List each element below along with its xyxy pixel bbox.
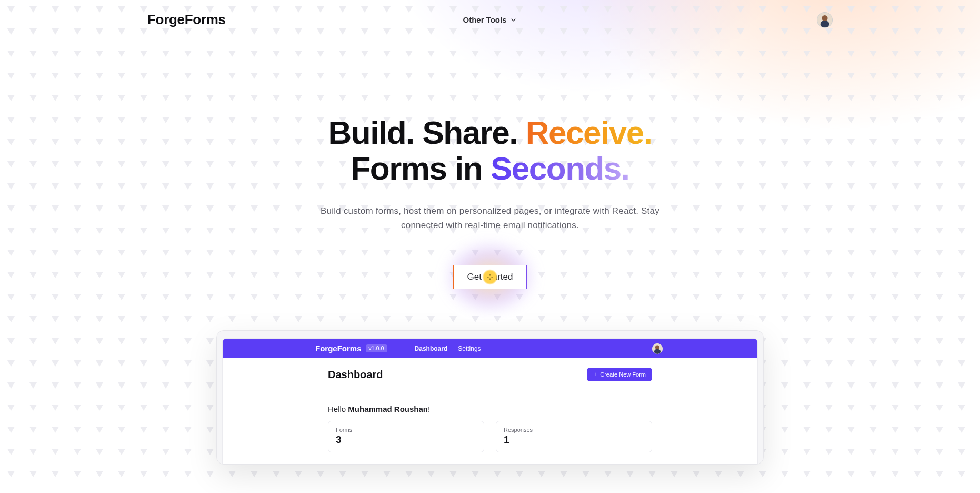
version-badge: v1.0.0: [366, 344, 387, 352]
avatar[interactable]: [817, 12, 833, 28]
hero-section: Build. Share. Receive. Forms in Seconds.…: [0, 115, 980, 289]
nav-other-tools[interactable]: Other Tools: [463, 15, 517, 24]
hero-line1-pre: Build. Share.: [328, 114, 526, 151]
stat-forms-label: Forms: [336, 427, 476, 433]
hero-line1-highlight: Receive.: [526, 114, 652, 151]
svg-point-1: [822, 15, 827, 21]
greeting-name: Muhammad Roushan: [348, 405, 428, 413]
demo-page-title: Dashboard: [328, 369, 383, 381]
hero-line2-highlight: Seconds.: [491, 150, 629, 186]
demo-app: ForgeForms v1.0.0 Dashboard Settings Das…: [222, 338, 758, 464]
svg-point-4: [655, 345, 659, 349]
svg-rect-5: [654, 349, 661, 354]
create-new-form-label: Create New Form: [600, 371, 646, 378]
demo-nav-dashboard[interactable]: Dashboard: [415, 345, 448, 352]
chevron-down-icon: [510, 16, 517, 24]
site-header: ForgeForms Other Tools: [0, 0, 980, 33]
demo-topbar: ForgeForms v1.0.0 Dashboard Settings: [223, 339, 757, 358]
greeting-post: !: [428, 405, 430, 413]
hero-subtitle-line2: connected with real-time email notificat…: [401, 220, 579, 230]
stat-responses-value: 1: [504, 434, 644, 446]
svg-rect-2: [821, 21, 829, 27]
nav-other-tools-label: Other Tools: [463, 15, 506, 24]
greeting-text: Hello Muhammad Roushan!: [328, 405, 652, 413]
hero-heading: Build. Share. Receive. Forms in Seconds.: [0, 115, 980, 186]
demo-nav-settings[interactable]: Settings: [458, 345, 481, 352]
hero-subtitle-line1: Build custom forms, host them on persona…: [321, 206, 659, 216]
logo[interactable]: ForgeForms: [147, 12, 226, 28]
stat-forms-value: 3: [336, 434, 476, 446]
hero-subtitle: Build custom forms, host them on persona…: [0, 204, 980, 232]
stat-card-responses[interactable]: Responses 1: [496, 421, 652, 452]
stat-card-forms[interactable]: Forms 3: [328, 421, 484, 452]
demo-avatar[interactable]: [652, 343, 663, 354]
demo-logo[interactable]: ForgeForms: [315, 344, 362, 353]
stat-responses-label: Responses: [504, 427, 644, 433]
get-started-button[interactable]: Get Started: [453, 265, 527, 289]
greeting-pre: Hello: [328, 405, 348, 413]
demo-window-frame: ForgeForms v1.0.0 Dashboard Settings Das…: [216, 330, 764, 465]
create-new-form-button[interactable]: + Create New Form: [587, 368, 652, 381]
hero-line2-pre: Forms in: [351, 150, 491, 186]
plus-icon: +: [593, 371, 597, 378]
demo-nav: Dashboard Settings: [415, 345, 481, 352]
